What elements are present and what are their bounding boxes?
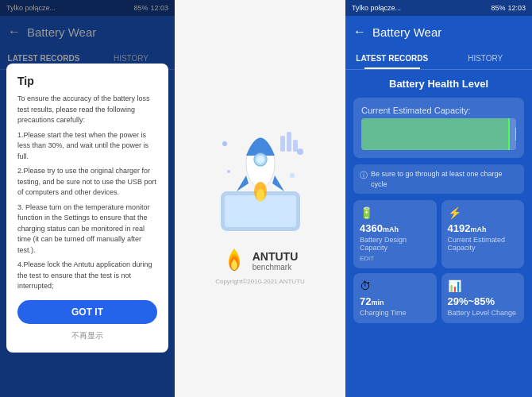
notice-text: Be sure to go through at least one charg…	[371, 169, 518, 189]
battery-tip-right	[515, 128, 516, 141]
timer-icon: ⏱	[360, 279, 430, 292]
svg-point-10	[227, 170, 230, 173]
tip-body: To ensure the accuracy of the battery lo…	[17, 94, 157, 292]
svg-rect-13	[293, 140, 298, 152]
app-header-right: ← Battery Wear	[345, 16, 532, 48]
antutu-copyright: Copyright©2010-2021 ANTUTU	[215, 278, 305, 285]
tab-latest-right[interactable]: LATEST RECORDS	[345, 48, 439, 69]
tile-charging-time: ⏱ 72min Charging Time	[353, 273, 437, 323]
tiles-grid: 🔋 4360mAh Battery Design Capacity EDIT ⚡…	[353, 200, 524, 323]
tile-2-value: 72min	[360, 295, 430, 307]
tip-item-2: 2.Please try to use the original charger…	[17, 166, 157, 198]
antutu-flame-icon	[222, 247, 246, 275]
antutu-text: ANTUTU benchmark	[253, 250, 299, 272]
battery-card-right: Current Estimated Capacity:	[353, 98, 524, 158]
tile-1-value: 4192mAh	[448, 222, 519, 234]
tile-3-value: 29%~85%	[448, 295, 519, 307]
antutu-logo: ANTUTU benchmark	[222, 247, 299, 275]
battery-pct-right: 85%	[491, 4, 505, 12]
battery-line-right	[508, 118, 510, 150]
back-button-right[interactable]: ←	[353, 25, 366, 39]
svg-rect-11	[280, 136, 285, 152]
svg-point-8	[297, 148, 303, 155]
svg-point-7	[222, 141, 227, 146]
tip-card: Tip To ensure the accuracy of the batter…	[6, 64, 168, 353]
tile-0-label: Battery Design Capacity	[360, 236, 430, 252]
tip-intro: To ensure the accuracy of the battery lo…	[17, 94, 157, 126]
battery-fill-right	[361, 118, 510, 150]
right-panel: Tylko połącze... 85% 12:03 ← Battery Wea…	[345, 0, 532, 397]
tile-1-label: Current Estimated Capacity	[448, 236, 519, 252]
rocket-container: ANTUTU benchmark Copyright©2010-2021 ANT…	[189, 0, 332, 397]
tip-title: Tip	[17, 75, 157, 87]
svg-rect-12	[287, 132, 291, 152]
status-carrier-right: Tylko połącze...	[352, 4, 401, 12]
tabs-right: LATEST RECORDS HISTORY	[345, 48, 532, 70]
antutu-name: ANTUTU	[253, 250, 299, 263]
time-right: 12:03	[507, 4, 526, 12]
header-title-right: Battery Wear	[372, 25, 441, 39]
tile-design-capacity: 🔋 4360mAh Battery Design Capacity EDIT	[353, 200, 437, 268]
capacity-label-right: Current Estimated Capacity:	[361, 106, 516, 115]
status-bar-right: Tylko połącze... 85% 12:03	[345, 0, 532, 16]
battery-design-icon: 🔋	[360, 206, 430, 219]
rocket-illustration	[205, 112, 316, 239]
tile-3-label: Battery Level Change	[448, 309, 519, 317]
antutu-sub: benchmark	[253, 263, 299, 272]
svg-point-4	[256, 156, 264, 164]
chart-icon: 📊	[448, 279, 519, 292]
no-show-text[interactable]: 不再显示	[17, 330, 157, 341]
tile-2-label: Charging Time	[360, 309, 430, 317]
tip-item-1: 1.Please start the test when the power i…	[17, 130, 157, 163]
tip-item-3: 3. Please turn on the temperature monito…	[17, 202, 157, 256]
svg-point-9	[290, 173, 295, 178]
tile-battery-level-change: 📊 29%~85% Battery Level Change	[441, 273, 525, 323]
notice-bar: ⓘ Be sure to go through at least one cha…	[353, 164, 524, 194]
middle-panel: ANTUTU benchmark Copyright©2010-2021 ANT…	[175, 0, 345, 397]
section-title-right: Battery Health Level	[345, 70, 532, 98]
tab-history-right[interactable]: HISTORY	[439, 48, 533, 69]
tile-0-value: 4360mAh	[360, 222, 430, 234]
lightning-icon: ⚡	[448, 206, 519, 219]
battery-visual-right	[361, 118, 516, 150]
got-it-button[interactable]: GOT IT	[17, 300, 157, 324]
tile-0-edit[interactable]: EDIT	[360, 255, 430, 262]
svg-point-6	[256, 189, 264, 202]
info-icon: ⓘ	[360, 170, 368, 181]
left-panel: Tylko połącze... 85% 12:03 ← Battery Wea…	[0, 0, 175, 397]
tip-item-4: 4.Please lock the Antutu application dur…	[17, 260, 157, 292]
tile-estimated-capacity: ⚡ 4192mAh Current Estimated Capacity	[441, 200, 525, 268]
